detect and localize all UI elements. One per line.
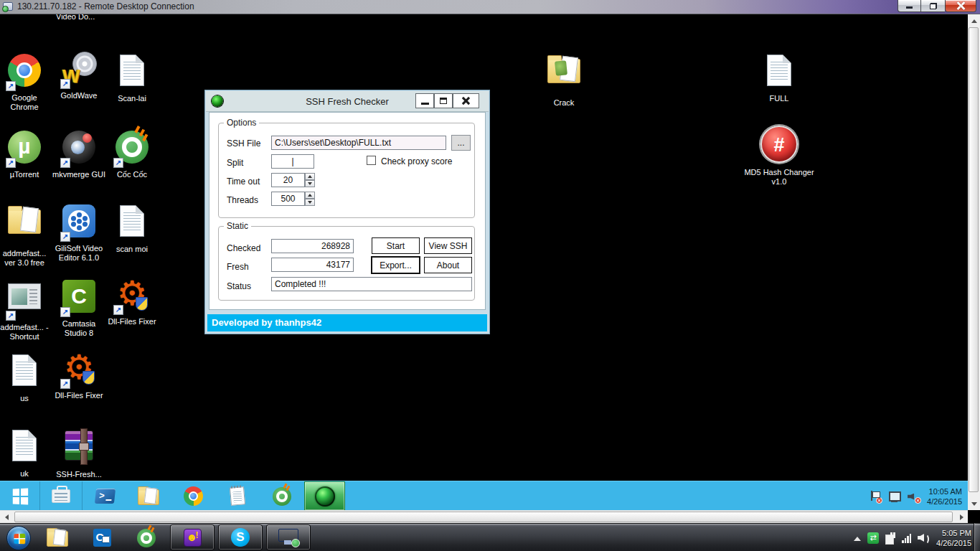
rdp-window: 130.211.70.182 - Remote Desktop Connecti…: [0, 0, 980, 551]
shortcut-arrow-icon: [113, 305, 123, 315]
spin-down-icon[interactable]: [305, 180, 315, 187]
power-plug-icon[interactable]: [885, 532, 895, 544]
spin-up-icon[interactable]: [305, 192, 315, 199]
window-minimize-button[interactable]: [897, 0, 921, 12]
desktop-icon-dll-files-fixer-2[interactable]: Dll-Files Fixer: [49, 352, 109, 400]
desktop-icon-us[interactable]: us: [0, 352, 55, 403]
start-button[interactable]: Start: [372, 237, 420, 254]
server-manager-icon: [52, 489, 70, 503]
spin-down-icon[interactable]: [305, 199, 315, 206]
taskbar-skype-active[interactable]: [218, 524, 263, 550]
status-label: Status: [227, 281, 251, 291]
desktop-icon-scan-lai[interactable]: Scan-lai: [102, 52, 162, 103]
taskbar-yahoo-messenger-active[interactable]: [170, 524, 215, 550]
horizontal-scroll-thumb[interactable]: [14, 512, 953, 522]
vertical-scrollbar[interactable]: [968, 14, 980, 510]
scroll-right-button[interactable]: [956, 511, 968, 523]
taskbar-notepad[interactable]: [217, 481, 258, 510]
about-button[interactable]: About: [424, 257, 472, 273]
sync-tray-icon[interactable]: ⇄: [867, 532, 879, 544]
spin-up-icon[interactable]: [305, 173, 315, 180]
remote-desktop: Video Do... Google Chrome GoldWave Scan-…: [0, 14, 968, 510]
scroll-up-button[interactable]: [968, 14, 980, 27]
local-clock[interactable]: 5:05 PM 4/26/2015: [936, 528, 971, 548]
dialog-close-button[interactable]: [453, 93, 479, 108]
local-clock-time: 5:05 PM: [936, 528, 971, 538]
check-proxy-checkbox[interactable]: [367, 156, 376, 165]
minimize-icon: [906, 6, 913, 9]
split-input[interactable]: [271, 154, 314, 169]
md5-hash-changer-icon: [760, 126, 798, 163]
desktop-icon-addmefast-shortcut[interactable]: addmefast... - Shortcut: [0, 278, 55, 342]
vertical-scroll-thumb[interactable]: [969, 27, 979, 492]
desktop-icon-md5-hash-changer[interactable]: MD5 Hash Changer v1.0: [744, 126, 814, 187]
timeout-spinner[interactable]: [305, 173, 315, 187]
windows-start-icon: [12, 488, 27, 504]
ssh-file-input[interactable]: [271, 136, 446, 150]
status-field[interactable]: [271, 277, 472, 291]
desktop-icon-full[interactable]: FULL: [749, 52, 809, 103]
window-close-button[interactable]: [945, 0, 976, 12]
timeout-input[interactable]: [271, 173, 305, 187]
shortcut-arrow-icon: [113, 158, 123, 168]
dialog-minimize-button[interactable]: [415, 93, 434, 108]
horizontal-scrollbar[interactable]: [0, 510, 968, 523]
network-icon[interactable]: [888, 491, 900, 502]
desktop-icon-mkvmerge[interactable]: mkvmerge GUI: [49, 128, 109, 179]
taskbar-coccoc[interactable]: [261, 481, 303, 510]
volume-muted-icon[interactable]: ×: [908, 491, 920, 502]
desktop-icon-dll-files-fixer[interactable]: Dll-Files Fixer: [102, 278, 162, 326]
shortcut-arrow-icon: [6, 81, 16, 91]
remote-clock-time: 10:05 AM: [927, 486, 962, 496]
desktop-icon-coccoc[interactable]: Cốc Cốc: [102, 128, 162, 179]
browse-button[interactable]: ...: [451, 135, 471, 151]
taskbar-server-manager[interactable]: [40, 481, 82, 510]
desktop-icon-camtasia[interactable]: Camtasia Studio 8: [49, 278, 109, 338]
desktop-icon-utorrent[interactable]: µTorrent: [0, 128, 55, 179]
desktop-icon-ssh-fresh-archive[interactable]: SSH-Fresh...: [49, 427, 109, 479]
shortcut-arrow-icon: [6, 311, 16, 321]
options-legend: Options: [224, 118, 259, 128]
view-ssh-button[interactable]: View SSH: [424, 237, 472, 254]
truncated-desktop-icon-label[interactable]: Video Do...: [56, 14, 135, 21]
desktop-icon-crack[interactable]: Crack: [534, 52, 594, 108]
dialog-maximize-button[interactable]: [434, 93, 453, 108]
signal-strength-icon[interactable]: [902, 533, 911, 543]
maximize-icon: [440, 98, 447, 104]
window-restore-button[interactable]: [921, 0, 945, 12]
arrow-down-icon: [971, 502, 977, 509]
ssh-app-orb-icon: [315, 486, 335, 507]
remote-start-button[interactable]: [0, 481, 39, 510]
threads-input[interactable]: [271, 192, 305, 206]
taskbar-chrome[interactable]: [172, 481, 214, 510]
taskbar-windows-explorer[interactable]: [42, 525, 73, 550]
taskbar-remote-desktop-active[interactable]: [266, 524, 311, 550]
desktop-icon-goldwave[interactable]: GoldWave: [49, 52, 109, 100]
fresh-value-field[interactable]: [271, 258, 354, 272]
checked-value-field[interactable]: [271, 239, 354, 253]
scroll-left-button[interactable]: [0, 511, 12, 523]
desktop-icon-addmefast-folder[interactable]: addmefast... ver 3.0 free: [0, 202, 55, 268]
rdp-title: 130.211.70.182 - Remote Desktop Connecti…: [17, 1, 194, 11]
show-desktop-button[interactable]: [974, 523, 980, 551]
taskbar-coccoc-local[interactable]: [131, 525, 162, 550]
local-start-button[interactable]: [3, 525, 34, 550]
taskbar-file-explorer[interactable]: [128, 481, 169, 510]
taskbar-powershell[interactable]: [85, 481, 125, 510]
arrow-up-icon: [971, 17, 977, 23]
taskbar-outlook[interactable]: [86, 525, 118, 550]
desktop-icon-scan-moi[interactable]: scan moi: [102, 202, 162, 254]
threads-spinner[interactable]: [305, 192, 315, 206]
action-center-flag-icon[interactable]: ×: [870, 491, 881, 502]
show-hidden-icons-button[interactable]: [854, 533, 861, 541]
minimize-icon: [421, 103, 429, 105]
desktop-icon-gilisoft[interactable]: GiliSoft Video Editor 6.1.0: [49, 202, 109, 263]
desktop-icon-uk[interactable]: uk: [0, 427, 55, 479]
remote-clock[interactable]: 10:05 AM 4/26/2015: [927, 486, 965, 507]
scroll-down-button[interactable]: [968, 498, 980, 510]
taskbar-ssh-fresh-checker-active[interactable]: [304, 481, 345, 510]
desktop-icon-google-chrome[interactable]: Google Chrome: [0, 52, 55, 112]
fresh-label: Fresh: [227, 262, 249, 272]
speaker-icon[interactable]: [918, 532, 930, 543]
export-button[interactable]: Export...: [371, 256, 420, 274]
